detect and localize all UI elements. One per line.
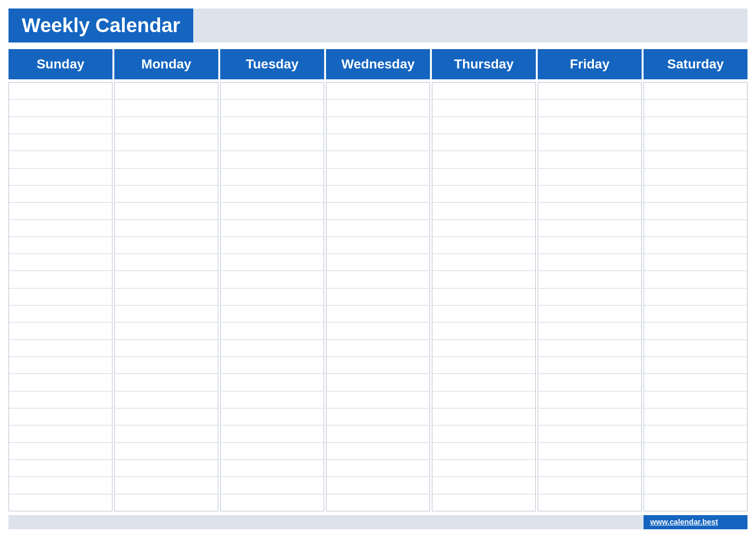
table-row[interactable]	[644, 477, 747, 494]
table-row[interactable]	[644, 288, 747, 305]
table-row[interactable]	[432, 322, 535, 339]
table-row[interactable]	[221, 169, 324, 186]
table-row[interactable]	[115, 357, 218, 374]
table-row[interactable]	[538, 134, 641, 151]
table-row[interactable]	[326, 151, 430, 168]
table-row[interactable]	[432, 134, 535, 151]
table-row[interactable]	[9, 220, 112, 237]
table-row[interactable]	[115, 477, 218, 494]
table-row[interactable]	[432, 186, 535, 203]
table-row[interactable]	[221, 254, 324, 271]
table-row[interactable]	[221, 151, 324, 168]
table-row[interactable]	[538, 460, 641, 477]
table-row[interactable]	[432, 494, 535, 511]
table-row[interactable]	[9, 357, 112, 374]
table-row[interactable]	[326, 100, 430, 117]
table-row[interactable]	[9, 443, 112, 460]
table-row[interactable]	[115, 425, 218, 442]
table-row[interactable]	[221, 305, 324, 322]
table-row[interactable]	[432, 237, 535, 254]
table-row[interactable]	[115, 254, 218, 271]
table-row[interactable]	[9, 288, 112, 305]
table-row[interactable]	[432, 203, 535, 220]
table-row[interactable]	[538, 425, 641, 442]
table-row[interactable]	[432, 305, 535, 322]
table-row[interactable]	[326, 169, 430, 186]
table-row[interactable]	[432, 357, 535, 374]
table-row[interactable]	[221, 340, 324, 357]
table-row[interactable]	[432, 340, 535, 357]
table-row[interactable]	[326, 477, 430, 494]
table-row[interactable]	[115, 151, 218, 168]
table-row[interactable]	[432, 374, 535, 391]
table-row[interactable]	[538, 83, 641, 100]
table-row[interactable]	[644, 494, 747, 511]
table-row[interactable]	[326, 186, 430, 203]
table-row[interactable]	[115, 169, 218, 186]
day-column-monday[interactable]	[114, 82, 218, 511]
table-row[interactable]	[432, 425, 535, 442]
footer-url[interactable]: www.calendar.best	[650, 518, 718, 526]
table-row[interactable]	[326, 254, 430, 271]
table-row[interactable]	[432, 151, 535, 168]
table-row[interactable]	[221, 83, 324, 100]
table-row[interactable]	[221, 288, 324, 305]
table-row[interactable]	[644, 254, 747, 271]
table-row[interactable]	[9, 374, 112, 391]
table-row[interactable]	[432, 477, 535, 494]
day-column-thursday[interactable]	[432, 82, 536, 511]
table-row[interactable]	[644, 340, 747, 357]
table-row[interactable]	[326, 117, 430, 134]
day-column-tuesday[interactable]	[220, 82, 324, 511]
table-row[interactable]	[326, 237, 430, 254]
table-row[interactable]	[221, 391, 324, 408]
table-row[interactable]	[9, 460, 112, 477]
table-row[interactable]	[9, 408, 112, 425]
table-row[interactable]	[221, 425, 324, 442]
table-row[interactable]	[432, 220, 535, 237]
table-row[interactable]	[221, 357, 324, 374]
table-row[interactable]	[115, 237, 218, 254]
table-row[interactable]	[221, 443, 324, 460]
table-row[interactable]	[115, 271, 218, 288]
table-row[interactable]	[326, 305, 430, 322]
table-row[interactable]	[538, 408, 641, 425]
table-row[interactable]	[538, 374, 641, 391]
table-row[interactable]	[644, 408, 747, 425]
table-row[interactable]	[644, 151, 747, 168]
table-row[interactable]	[644, 322, 747, 339]
table-row[interactable]	[432, 117, 535, 134]
table-row[interactable]	[115, 340, 218, 357]
table-row[interactable]	[644, 443, 747, 460]
table-row[interactable]	[9, 237, 112, 254]
table-row[interactable]	[326, 443, 430, 460]
table-row[interactable]	[538, 220, 641, 237]
table-row[interactable]	[326, 425, 430, 442]
table-row[interactable]	[9, 83, 112, 100]
table-row[interactable]	[221, 134, 324, 151]
table-row[interactable]	[432, 271, 535, 288]
table-row[interactable]	[9, 254, 112, 271]
table-row[interactable]	[538, 203, 641, 220]
table-row[interactable]	[432, 288, 535, 305]
table-row[interactable]	[644, 186, 747, 203]
table-row[interactable]	[644, 134, 747, 151]
table-row[interactable]	[644, 271, 747, 288]
table-row[interactable]	[115, 83, 218, 100]
table-row[interactable]	[644, 460, 747, 477]
table-row[interactable]	[644, 83, 747, 100]
table-row[interactable]	[432, 83, 535, 100]
day-column-sunday[interactable]	[9, 82, 112, 511]
table-row[interactable]	[326, 494, 430, 511]
table-row[interactable]	[432, 460, 535, 477]
table-row[interactable]	[538, 391, 641, 408]
table-row[interactable]	[9, 151, 112, 168]
table-row[interactable]	[115, 460, 218, 477]
table-row[interactable]	[115, 494, 218, 511]
table-row[interactable]	[538, 288, 641, 305]
table-row[interactable]	[9, 186, 112, 203]
table-row[interactable]	[9, 391, 112, 408]
table-row[interactable]	[538, 271, 641, 288]
table-row[interactable]	[644, 374, 747, 391]
table-row[interactable]	[221, 408, 324, 425]
